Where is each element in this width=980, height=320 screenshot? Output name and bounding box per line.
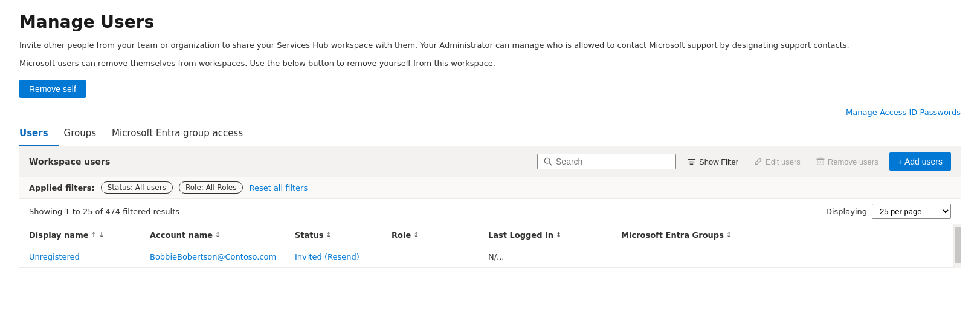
col-header-display-name[interactable]: Display name ↑ ↓ [29, 230, 150, 240]
remove-users-button[interactable]: Remove users [811, 155, 883, 169]
sort-icon-account-name: ↕ [215, 231, 221, 239]
search-icon [544, 157, 552, 166]
tab-users[interactable]: Users [19, 122, 59, 146]
edit-users-button[interactable]: Edit users [749, 155, 805, 169]
displaying-label: Displaying [826, 207, 867, 216]
col-label-entra-groups: Microsoft Entra Groups [621, 230, 724, 240]
trash-icon [816, 157, 825, 166]
table-row: Unregistered BobbieBobertson@Contoso.com… [19, 246, 961, 268]
page-title: Manage Users [19, 12, 961, 32]
sort-icon-display-name: ↑ ↓ [91, 231, 105, 239]
remove-users-label: Remove users [828, 157, 878, 166]
show-filter-label: Show Filter [699, 157, 738, 166]
tabs-row: Users Groups Microsoft Entra group acces… [19, 122, 961, 146]
col-label-last-logged-in: Last Logged In [488, 230, 553, 240]
remove-self-button[interactable]: Remove self [19, 80, 86, 98]
col-label-role: Role [392, 230, 411, 240]
description-1: Invite other people from your team or or… [19, 39, 961, 51]
sort-icon-entra-groups: ↕ [726, 231, 732, 239]
cell-account-name: BobbieBobertson@Contoso.com [150, 252, 295, 261]
manage-access-id-link[interactable]: Manage Access ID Passwords [846, 108, 961, 117]
scrollbar-thumb[interactable] [955, 227, 961, 263]
col-header-last-logged-in[interactable]: Last Logged In ↕ [488, 230, 621, 240]
filters-label: Applied filters: [29, 183, 95, 192]
workspace-toolbar: Workspace users Show Filter Edit users [19, 146, 961, 177]
col-header-entra-groups[interactable]: Microsoft Entra Groups ↕ [621, 230, 951, 240]
cell-status: Invited (Resend) [295, 252, 392, 261]
tab-groups[interactable]: Groups [64, 122, 107, 146]
col-header-account-name[interactable]: Account name ↕ [150, 230, 295, 240]
status-resend[interactable]: (Resend) [324, 252, 359, 261]
reset-filters-link[interactable]: Reset all filters [249, 183, 308, 192]
edit-users-label: Edit users [766, 157, 801, 166]
filter-tag-status[interactable]: Status: All users [101, 181, 173, 194]
edit-icon [754, 157, 762, 166]
account-name-link[interactable]: BobbieBobertson@Contoso.com [150, 252, 276, 261]
col-header-status[interactable]: Status ↕ [295, 230, 392, 240]
sort-icon-status: ↕ [326, 231, 332, 239]
col-label-display-name: Display name [29, 230, 89, 240]
per-page-select-container: Displaying 10 per page 25 per page 50 pe… [826, 204, 951, 219]
results-row: Showing 1 to 25 of 474 filtered results … [19, 199, 961, 224]
show-filter-button[interactable]: Show Filter [682, 155, 743, 169]
table-header: Display name ↑ ↓ Account name ↕ Status ↕… [19, 224, 961, 246]
cell-last-logged-in: N/... [488, 252, 621, 261]
add-users-button[interactable]: + Add users [889, 152, 951, 171]
filter-tag-role[interactable]: Role: All Roles [179, 181, 243, 194]
status-value: Invited [295, 252, 322, 261]
svg-line-1 [549, 163, 552, 165]
col-label-account-name: Account name [150, 230, 213, 240]
results-text: Showing 1 to 25 of 474 filtered results [29, 207, 179, 216]
sort-icon-role: ↕ [413, 231, 419, 239]
description-2: Microsoft users can remove themselves fr… [19, 57, 961, 70]
search-input[interactable] [556, 157, 669, 166]
search-box [537, 154, 676, 169]
scrollbar-track[interactable] [953, 224, 961, 268]
filters-row: Applied filters: Status: All users Role:… [19, 177, 961, 199]
per-page-dropdown[interactable]: 10 per page 25 per page 50 per page 100 … [872, 204, 951, 219]
col-header-role[interactable]: Role ↕ [392, 230, 488, 240]
sort-icon-last-logged-in: ↕ [556, 231, 561, 239]
cell-display-name: Unregistered [29, 252, 150, 261]
table-container: Display name ↑ ↓ Account name ↕ Status ↕… [19, 224, 961, 268]
tab-entra[interactable]: Microsoft Entra group access [112, 122, 254, 146]
display-name-link[interactable]: Unregistered [29, 252, 80, 261]
workspace-label: Workspace users [29, 157, 531, 166]
filter-icon [687, 157, 696, 166]
col-label-status: Status [295, 230, 324, 240]
